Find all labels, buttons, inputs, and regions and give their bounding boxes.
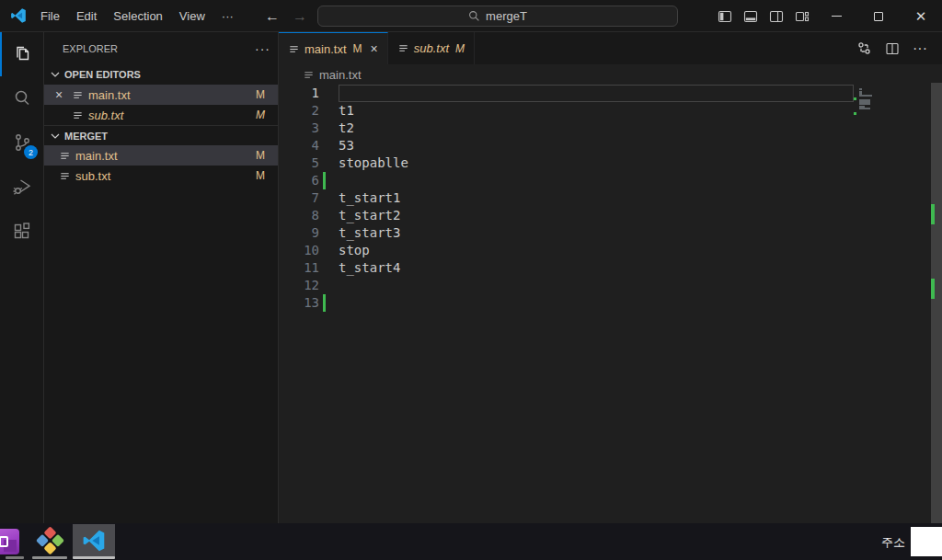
line-text[interactable] <box>339 294 854 312</box>
line-text[interactable]: stopablle <box>339 154 854 172</box>
code-line[interactable]: 8t_start2 <box>279 207 854 224</box>
running-app-indicator <box>6 556 24 559</box>
text-file-icon <box>59 170 71 182</box>
editor-more-actions[interactable]: ··· <box>913 40 927 57</box>
titlebar-controls: ✕ <box>712 0 942 32</box>
line-text[interactable]: t_start4 <box>339 259 854 277</box>
toggle-secondary-sidebar-icon[interactable] <box>764 0 789 32</box>
files-icon <box>12 43 34 65</box>
line-text[interactable]: t_start3 <box>339 224 854 242</box>
activitybar-extensions[interactable] <box>0 209 43 253</box>
sidebar-title: EXPLORER <box>63 43 118 54</box>
code-line[interactable]: 10stop <box>279 242 854 259</box>
code-line[interactable]: 2t1 <box>279 102 854 120</box>
activitybar-source-control[interactable]: 2 <box>0 120 43 165</box>
close-button[interactable]: ✕ <box>900 0 942 32</box>
minimize-button[interactable] <box>815 0 857 32</box>
open-editor-main-txt[interactable]: × main.txt M <box>44 85 278 105</box>
file-sub-txt[interactable]: sub.txt M <box>44 166 278 186</box>
code-line[interactable]: 5stopablle <box>279 154 854 172</box>
breadcrumb-item[interactable]: main.txt <box>319 68 362 82</box>
menu-selection[interactable]: Selection <box>105 6 170 27</box>
editor-scrollbar[interactable] <box>931 83 942 523</box>
line-text[interactable]: t1 <box>339 102 854 120</box>
merge-tool-icon[interactable] <box>37 528 63 554</box>
open-editor-sub-txt[interactable]: sub.txt M <box>44 105 278 125</box>
tab-close-icon[interactable]: × <box>371 41 378 56</box>
extensions-icon <box>11 220 33 242</box>
line-text[interactable]: t_start2 <box>339 207 854 224</box>
breadcrumb: main.txt <box>279 64 942 85</box>
line-text[interactable]: 53 <box>339 137 854 154</box>
line-number: 13 <box>279 294 319 312</box>
overview-added-mark <box>931 279 935 299</box>
code-line[interactable]: 13 <box>279 294 854 312</box>
sidebar-more-actions[interactable]: ··· <box>255 41 270 56</box>
section-open-editors[interactable]: OPEN EDITORS <box>44 64 278 85</box>
code-line[interactable]: 11t_start4 <box>279 259 854 277</box>
text-file-icon <box>59 150 71 162</box>
line-text[interactable] <box>339 85 854 102</box>
overview-added-mark <box>931 204 935 224</box>
menu-edit[interactable]: Edit <box>68 6 105 27</box>
section-merget-folder[interactable]: MERGET <box>44 125 278 145</box>
customize-layout-icon[interactable] <box>789 0 815 32</box>
line-number: 6 <box>279 172 319 189</box>
code-line[interactable]: 9t_start3 <box>279 224 854 242</box>
toggle-panel-icon[interactable] <box>738 0 764 32</box>
line-text[interactable] <box>339 172 854 189</box>
code-line[interactable]: 12 <box>279 277 854 294</box>
menu-overflow-button[interactable]: ··· <box>213 6 242 27</box>
git-gutter <box>323 207 326 224</box>
tab-modified-badge: M <box>353 42 362 55</box>
minimap[interactable] <box>854 85 931 140</box>
close-icon: ✕ <box>915 9 927 23</box>
vscode-taskbar-button[interactable] <box>73 524 115 557</box>
minimap-added-mark <box>854 97 856 100</box>
activitybar-explorer[interactable] <box>0 32 43 76</box>
section-label: OPEN EDITORS <box>64 69 141 80</box>
line-text[interactable]: t_start1 <box>339 189 854 207</box>
code-line[interactable]: 1 <box>279 85 854 102</box>
modified-badge: M <box>256 109 265 121</box>
tab-main-txt[interactable]: main.txt M × <box>279 32 388 64</box>
activitybar-run-debug[interactable] <box>0 165 43 209</box>
tab-bar: main.txt M × sub.txt M <box>279 32 942 64</box>
open-changes-icon[interactable] <box>856 40 872 56</box>
tab-label: sub.txt <box>414 41 449 55</box>
menu-view[interactable]: View <box>171 6 213 27</box>
desktop: File Edit Selection View ··· ← → mergeT <box>0 0 942 560</box>
code-line[interactable]: 6 <box>279 172 854 189</box>
split-editor-icon[interactable] <box>885 41 900 56</box>
menu-file[interactable]: File <box>32 6 68 27</box>
line-number: 9 <box>279 224 319 242</box>
command-center-search[interactable]: mergeT <box>317 6 678 27</box>
toggle-sidebar-icon[interactable] <box>712 0 738 32</box>
tab-sub-txt[interactable]: sub.txt M <box>388 32 475 64</box>
back-arrow-icon[interactable]: ← <box>265 0 280 32</box>
git-gutter <box>323 120 326 137</box>
minimize-icon <box>832 16 842 17</box>
code-line[interactable]: 3t2 <box>279 120 854 137</box>
forward-arrow-icon[interactable]: → <box>293 0 307 32</box>
line-text[interactable] <box>339 277 854 294</box>
modified-badge: M <box>256 169 265 182</box>
text-file-icon <box>72 109 84 121</box>
git-gutter <box>323 85 326 102</box>
activitybar-search[interactable] <box>0 76 43 120</box>
purple-app-icon[interactable] <box>0 529 19 554</box>
git-gutter <box>323 102 326 120</box>
code-line[interactable]: 7t_start1 <box>279 189 854 207</box>
close-editor-icon[interactable]: × <box>52 87 66 102</box>
explorer-sidebar: EXPLORER ··· OPEN EDITORS × <box>44 32 279 523</box>
modified-badge: M <box>256 88 265 101</box>
file-name: main.txt <box>75 149 118 163</box>
maximize-button[interactable] <box>857 0 900 32</box>
taskbar-address-input[interactable] <box>911 527 942 556</box>
line-text[interactable]: stop <box>339 242 854 259</box>
file-main-txt[interactable]: main.txt M <box>44 145 278 166</box>
line-text[interactable]: t2 <box>339 120 854 137</box>
sidebar-header: EXPLORER ··· <box>44 32 278 64</box>
git-added-indicator <box>323 294 326 312</box>
code-line[interactable]: 453 <box>279 137 854 154</box>
